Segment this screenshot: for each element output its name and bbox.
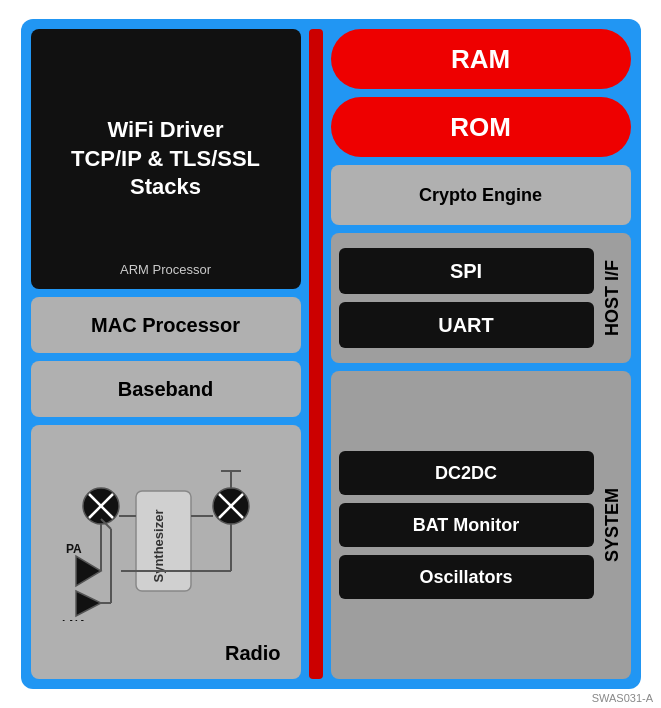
spi-label: SPI	[450, 260, 482, 283]
uart-label: UART	[438, 314, 494, 337]
bat-monitor-label: BAT Monitor	[413, 515, 520, 536]
rom-block: ROM	[331, 97, 631, 157]
ram-block: RAM	[331, 29, 631, 89]
host-if-block: SPI UART HOST I/F	[331, 233, 631, 363]
svg-text:PA: PA	[66, 542, 82, 556]
system-inner: DC2DC BAT Monitor Oscillators	[339, 451, 594, 599]
radio-label: Radio	[225, 642, 281, 665]
radio-block: Synthesizer PA	[31, 425, 301, 679]
outer-wrapper: WiFi Driver TCP/IP & TLS/SSL Stacks ARM …	[0, 0, 661, 708]
host-side-label: HOST I/F	[600, 260, 623, 336]
watermark: SWAS031-A	[592, 692, 653, 704]
dc2dc-label: DC2DC	[435, 463, 497, 484]
svg-marker-10	[76, 556, 101, 586]
uart-block: UART	[339, 302, 594, 348]
rom-label: ROM	[450, 112, 511, 143]
left-column: WiFi Driver TCP/IP & TLS/SSL Stacks ARM …	[31, 29, 301, 679]
baseband-block: Baseband	[31, 361, 301, 417]
arm-processor-block: WiFi Driver TCP/IP & TLS/SSL Stacks ARM …	[31, 29, 301, 289]
arm-title: WiFi Driver TCP/IP & TLS/SSL Stacks	[71, 116, 260, 202]
radio-circuit: Synthesizer PA	[39, 433, 293, 649]
system-side-label: SYSTEM	[600, 488, 623, 562]
crypto-engine-label: Crypto Engine	[419, 185, 542, 206]
spi-block: SPI	[339, 248, 594, 294]
dc2dc-block: DC2DC	[339, 451, 594, 495]
mac-processor-block: MAC Processor	[31, 297, 301, 353]
crypto-engine-block: Crypto Engine	[331, 165, 631, 225]
system-block: DC2DC BAT Monitor Oscillators SYSTEM	[331, 371, 631, 679]
svg-text:LNA: LNA	[62, 618, 87, 621]
right-column: RAM ROM Crypto Engine SPI UART	[331, 29, 631, 679]
ram-label: RAM	[451, 44, 510, 75]
svg-marker-12	[76, 591, 101, 616]
mac-label: MAC Processor	[91, 314, 240, 337]
baseband-label: Baseband	[118, 378, 214, 401]
main-board: WiFi Driver TCP/IP & TLS/SSL Stacks ARM …	[21, 19, 641, 689]
host-inner: SPI UART	[339, 248, 594, 348]
radio-circuit-svg: Synthesizer PA	[56, 461, 276, 621]
arm-subtitle: ARM Processor	[31, 262, 301, 277]
oscillators-label: Oscillators	[419, 567, 512, 588]
vertical-divider	[309, 29, 323, 679]
bat-monitor-block: BAT Monitor	[339, 503, 594, 547]
oscillators-block: Oscillators	[339, 555, 594, 599]
